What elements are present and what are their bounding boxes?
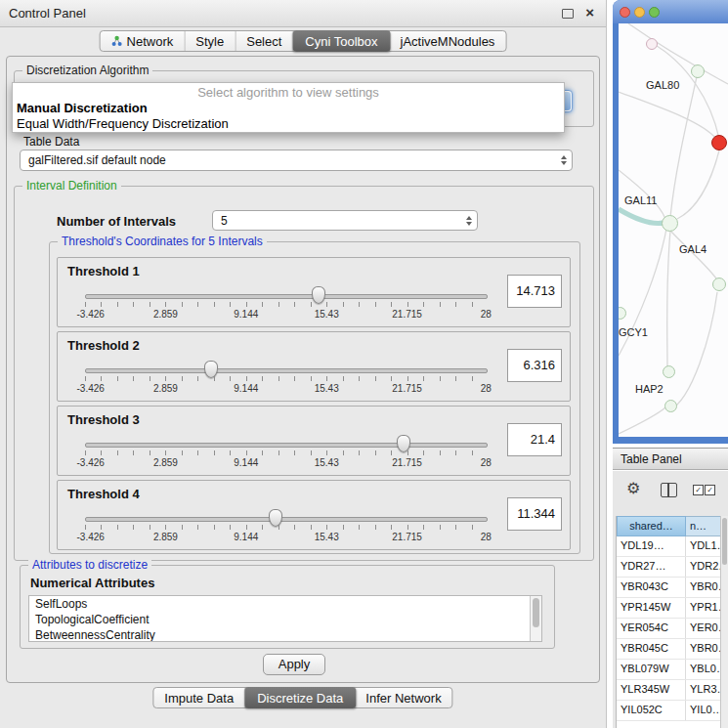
threshold-1-slider[interactable]: -3.426 2.859 9.144 15.43 21.715 28: [85, 285, 488, 324]
tab-jactivemnodules[interactable]: jActiveMNodules: [390, 31, 506, 51]
scale-label: 2.859: [153, 309, 178, 320]
zoom-traffic-light[interactable]: [649, 7, 660, 18]
network-node[interactable]: [691, 64, 705, 78]
checkbox-icon[interactable]: ✓: [705, 485, 715, 495]
threshold-2-slider[interactable]: -3.426 2.859 9.144 15.43 21.715 28: [85, 360, 488, 399]
table-row[interactable]: YBR043CYBR0…: [617, 578, 721, 598]
group-title: Attributes to discretize: [28, 558, 151, 572]
threshold-2-value-field[interactable]: 6.316: [507, 349, 562, 382]
column-header-shared-name[interactable]: shared…: [617, 516, 686, 536]
slider-track[interactable]: [85, 368, 488, 373]
table-row[interactable]: YDR27…YDR2…: [617, 557, 721, 578]
node-attribute-table: shared… n… YDL19…YDL1… YDR27…YDR2… YBR04…: [616, 516, 721, 728]
dropdown-prompt: Select algorithm to view settings: [13, 83, 564, 101]
group-title: Discretization Algorithm: [22, 64, 152, 77]
table-row[interactable]: YBL079WYBL0…: [617, 660, 721, 680]
threshold-2-label: Threshold 2: [67, 338, 140, 353]
threshold-3-slider[interactable]: -3.426 2.859 9.144 15.43 21.715 28: [85, 434, 488, 473]
scale-label: 2.859: [153, 532, 178, 542]
slider-ticks: [85, 525, 488, 530]
cell: YBR043C: [617, 578, 686, 597]
table-row[interactable]: YBR045CYBR0…: [617, 639, 721, 660]
scale-label: 9.144: [234, 309, 258, 320]
close-traffic-light[interactable]: [620, 7, 630, 18]
scale-label: 9.144: [234, 383, 258, 394]
tab-label: Network: [127, 34, 174, 49]
table-row[interactable]: YLR345WYLR3…: [617, 680, 721, 701]
network-node-selected[interactable]: [711, 135, 727, 150]
list-item[interactable]: SelfLoops: [29, 596, 541, 612]
threshold-3-value-field[interactable]: 21.4: [507, 423, 562, 456]
slider-scale: -3.426 2.859 9.144 15.43 21.715 28: [85, 383, 488, 395]
apply-button[interactable]: Apply: [263, 654, 325, 675]
network-node[interactable]: [662, 215, 678, 232]
scale-label: 21.715: [392, 383, 422, 394]
table-row[interactable]: YER054CYER0…: [617, 619, 721, 639]
list-item[interactable]: TopologicalCoefficient: [29, 612, 541, 627]
top-tab-bar: Network Style Select Cyni Toolbox jActiv…: [100, 30, 507, 52]
network-node[interactable]: [663, 365, 675, 378]
float-window-icon[interactable]: [562, 9, 574, 19]
tab-discretize-data[interactable]: Discretize Data: [244, 687, 356, 708]
slider-track[interactable]: [85, 294, 488, 299]
threshold-3-panel: Threshold 3 21.4 -3.426 2.859 9.144 15.4…: [57, 406, 571, 476]
dropdown-option-manual[interactable]: Manual Discretization: [13, 101, 564, 116]
network-canvas[interactable]: GAL80 GAL11 GAL4 GCY1 HAP2: [619, 23, 728, 437]
columns-icon[interactable]: [661, 483, 677, 497]
scale-label: 9.144: [234, 457, 258, 468]
table-row[interactable]: YPR145WYPR1…: [617, 598, 721, 619]
table-data-combobox[interactable]: galFiltered.sif default node: [20, 150, 573, 171]
bottom-tab-bar: Impute Data Discretize Data Infer Networ…: [152, 687, 452, 708]
slider-ticks: [85, 302, 488, 307]
minimize-traffic-light[interactable]: [634, 7, 645, 18]
table-data-value: galFiltered.sif default node: [28, 153, 166, 167]
num-intervals-combobox[interactable]: 5: [212, 210, 478, 231]
algorithm-dropdown-popup: Select algorithm to view settings Manual…: [12, 82, 565, 133]
table-data-label: Table Data: [23, 135, 79, 149]
attributes-list: SelfLoops TopologicalCoefficient Between…: [28, 595, 542, 642]
tab-infer-network[interactable]: Infer Network: [355, 688, 451, 707]
threshold-3-label: Threshold 3: [67, 412, 140, 427]
scale-label: 2.859: [153, 383, 178, 394]
table-row[interactable]: YDL19…YDL1…: [617, 536, 721, 557]
attributes-scrollbar[interactable]: [530, 596, 541, 641]
cell: YPR145W: [617, 598, 686, 618]
tab-style[interactable]: Style: [185, 31, 236, 51]
scrollbar-thumb[interactable]: [722, 518, 727, 565]
checkbox-icon[interactable]: ✓: [693, 485, 704, 495]
scale-label: 28: [481, 383, 492, 394]
threshold-4-slider[interactable]: -3.426 2.859 9.144 15.43 21.715 28: [85, 508, 488, 547]
tab-select[interactable]: Select: [236, 31, 293, 51]
slider-ticks: [85, 376, 488, 381]
tab-label: Impute Data: [164, 691, 234, 706]
network-icon: [111, 35, 123, 47]
tab-network[interactable]: Network: [101, 31, 186, 51]
cell: YBL0…: [686, 660, 721, 679]
node-label-gal11: GAL11: [624, 194, 657, 206]
table-row[interactable]: YIL052CYIL0…: [617, 701, 721, 721]
network-node[interactable]: [646, 38, 658, 50]
network-view-window: GAL80 GAL11 GAL4 GCY1 HAP2: [613, 0, 728, 444]
scale-label: 15.43: [315, 457, 339, 468]
scrollbar-thumb[interactable]: [533, 598, 539, 627]
attributes-group: Attributes to discretize Numerical Attri…: [20, 565, 555, 649]
column-header-name[interactable]: n…: [686, 516, 721, 536]
threshold-1-value-field[interactable]: 14.713: [507, 275, 562, 308]
threshold-1-label: Threshold 1: [67, 264, 140, 278]
network-node[interactable]: [712, 278, 726, 291]
close-icon[interactable]: ×: [585, 3, 594, 22]
scale-label: 2.859: [153, 457, 178, 468]
threshold-4-value-field[interactable]: 11.344: [507, 497, 562, 531]
scale-label: -3.426: [76, 457, 104, 468]
table-scrollbar[interactable]: [720, 516, 728, 728]
gear-icon[interactable]: ⚙: [626, 479, 640, 497]
dropdown-option-equal-width[interactable]: Equal Width/Frequency Discretization: [13, 116, 564, 132]
node-label-gcy1: GCY1: [619, 326, 648, 338]
list-item[interactable]: BetweennessCentrality: [29, 627, 541, 642]
network-node[interactable]: [664, 400, 677, 412]
tab-impute-data[interactable]: Impute Data: [153, 688, 245, 707]
network-window-titlebar: [613, 0, 728, 23]
tab-cyni-toolbox[interactable]: Cyni Toolbox: [292, 30, 390, 52]
slider-track[interactable]: [85, 517, 488, 522]
slider-track[interactable]: [85, 443, 488, 448]
